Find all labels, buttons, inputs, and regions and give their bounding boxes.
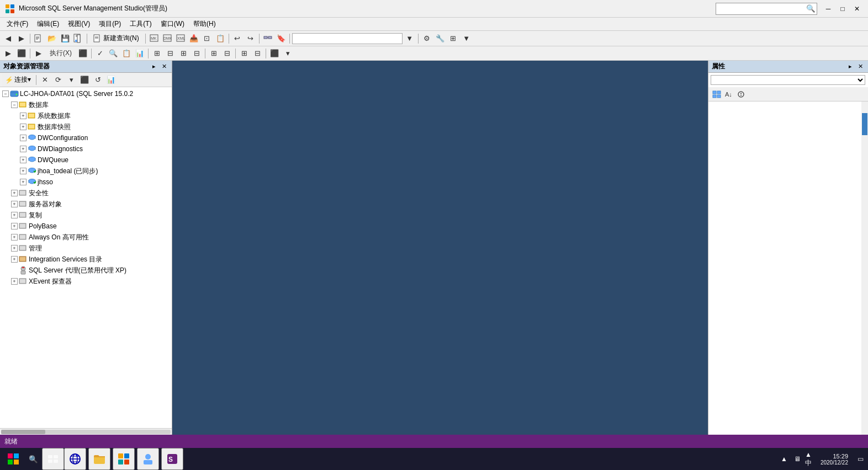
new-query-button[interactable]: 新建查询(N): [89, 32, 143, 45]
taskbar-clock[interactable]: 15:29 2020/12/22: [821, 453, 848, 466]
dml-button[interactable]: DMK: [161, 33, 173, 45]
properties-object-dropdown[interactable]: [711, 75, 865, 85]
menu-help[interactable]: 帮助(H): [189, 18, 220, 30]
sub-btn14[interactable]: ⊟: [251, 47, 263, 60]
tools-btn4[interactable]: ▼: [461, 33, 473, 45]
tree-node-server-objects[interactable]: + 服务器对象: [0, 199, 172, 210]
oe-refresh2-button[interactable]: ↺: [92, 74, 104, 86]
jhoa-todeal-expand[interactable]: +: [20, 168, 27, 174]
extract-button[interactable]: MK: [148, 33, 160, 45]
nav-forward-button[interactable]: ▶: [15, 33, 28, 45]
properties-close-button[interactable]: ✕: [856, 62, 865, 71]
system-dbs-expand[interactable]: +: [20, 113, 27, 119]
dwconfiguration-expand[interactable]: +: [20, 135, 27, 141]
polybase-expand[interactable]: +: [11, 223, 18, 229]
oe-summary-button[interactable]: 📊: [105, 74, 117, 86]
sub-btn6[interactable]: 📊: [134, 47, 146, 60]
sub-btn16[interactable]: ▾: [282, 47, 294, 60]
paste-button[interactable]: 📋: [214, 33, 226, 45]
menu-window[interactable]: 窗口(W): [156, 18, 189, 30]
import-button[interactable]: 📥: [188, 33, 200, 45]
tools-btn3[interactable]: ⊞: [447, 33, 459, 45]
sub-btn15[interactable]: ⬛: [268, 47, 280, 60]
diagram-button[interactable]: [262, 33, 274, 45]
security-expand[interactable]: +: [11, 190, 18, 196]
server-objects-expand[interactable]: +: [11, 201, 18, 207]
tree-node-jhsso[interactable]: + jhsso: [0, 177, 172, 188]
prop-vertical-scrollbar[interactable]: [861, 102, 868, 435]
title-search-button[interactable]: 🔍: [805, 3, 817, 15]
prop-categorized-btn[interactable]: [711, 88, 723, 100]
tree-node-dwconfiguration[interactable]: + DWConfiguration: [0, 132, 172, 143]
tree-node-replication[interactable]: + 复制: [0, 210, 172, 221]
tree-node-management[interactable]: + 管理: [0, 243, 172, 254]
prop-alphabetical-btn[interactable]: A↓: [723, 88, 735, 100]
tree-node-security[interactable]: + 安全性: [0, 188, 172, 199]
tree-node-polybase[interactable]: + PolyBase: [0, 221, 172, 232]
prop-scrollbar-thumb[interactable]: [862, 113, 867, 135]
taskbar-search-button[interactable]: 🔍: [24, 450, 42, 468]
open-button[interactable]: 📂: [46, 33, 58, 45]
sub-btn11[interactable]: ⊞: [208, 47, 220, 60]
tray-notifications[interactable]: ▭: [855, 453, 866, 464]
maximize-button[interactable]: □: [836, 2, 849, 15]
tray-language[interactable]: ▲ 中: [805, 453, 816, 464]
tools-btn1[interactable]: ⚙: [421, 33, 433, 45]
nav-back-button[interactable]: ◀: [2, 33, 14, 45]
undo-button[interactable]: ↩: [231, 33, 244, 45]
integration-services-expand[interactable]: +: [11, 256, 18, 263]
menu-view[interactable]: 视图(V): [63, 18, 94, 30]
copy-button[interactable]: ⊡: [201, 33, 213, 45]
sub-btn8[interactable]: ⊟: [164, 47, 176, 60]
tree-node-jhoa-todeal[interactable]: + jhoa_todeal (已同步): [0, 165, 172, 177]
minimize-button[interactable]: ─: [822, 2, 835, 15]
sub-btn5[interactable]: 📋: [120, 47, 133, 60]
database-dropdown[interactable]: [292, 33, 403, 44]
taskbar-extra2-button[interactable]: S: [161, 448, 183, 470]
tree-node-dwqueue[interactable]: + DWQueue: [0, 154, 172, 165]
xevent-expand[interactable]: +: [11, 278, 18, 285]
menu-tools[interactable]: 工具(T): [125, 18, 156, 30]
tree-node-db-snapshots[interactable]: + 数据库快照: [0, 121, 172, 132]
sub-btn2[interactable]: ⬛: [15, 47, 28, 60]
oe-connect-button[interactable]: ⚡ 连接▾: [2, 73, 34, 86]
execute-label[interactable]: 执行(X): [46, 47, 76, 60]
sub-btn3[interactable]: ▶: [33, 47, 45, 60]
sub-btn7[interactable]: ⊞: [151, 47, 163, 60]
tree-node-dwdiagnostics[interactable]: + DWDiagnostics: [0, 143, 172, 154]
oe-tree[interactable]: − LC-JHOA-DATA01 (SQL Server 15.0.2 −: [0, 87, 172, 428]
start-button[interactable]: [2, 448, 24, 470]
always-on-expand[interactable]: +: [11, 234, 18, 241]
menu-edit[interactable]: 编辑(E): [33, 18, 63, 30]
new-button[interactable]: [33, 33, 45, 45]
xml-button[interactable]: XML: [174, 33, 187, 45]
tree-node-sql-agent[interactable]: SQL Server 代理(已禁用代理 XP): [0, 265, 172, 276]
oe-horizontal-scrollbar[interactable]: [0, 428, 172, 435]
sub-btn9[interactable]: ⊞: [177, 47, 189, 60]
properties-pin-button[interactable]: ▸: [846, 62, 855, 71]
oe-filter-button[interactable]: ▾: [65, 74, 77, 86]
db-dropdown-btn[interactable]: ▼: [404, 33, 416, 45]
sub-stop[interactable]: ⬛: [77, 47, 89, 60]
oe-stop-button[interactable]: ⬛: [78, 74, 91, 86]
tree-node-always-on[interactable]: + Always On 高可用性: [0, 232, 172, 243]
taskbar-folder-button[interactable]: [88, 448, 110, 470]
databases-expand[interactable]: −: [11, 102, 18, 108]
management-expand[interactable]: +: [11, 245, 18, 252]
oe-scroll-track[interactable]: [1, 430, 171, 434]
title-search-input[interactable]: [716, 5, 805, 13]
close-button[interactable]: ✕: [850, 2, 864, 15]
sub-btn13[interactable]: ⊞: [238, 47, 250, 60]
tree-node-integration-services[interactable]: + Integration Services 目录: [0, 254, 172, 265]
taskbar-task-view[interactable]: [42, 448, 64, 470]
tree-node-server[interactable]: − LC-JHOA-DATA01 (SQL Server 15.0.2: [0, 88, 172, 99]
tree-node-system-dbs[interactable]: + 系统数据库: [0, 110, 172, 121]
save-button[interactable]: 💾: [59, 33, 71, 45]
oe-close-button[interactable]: ✕: [160, 62, 168, 71]
title-search-box[interactable]: 🔍: [716, 3, 817, 15]
sub-btn1[interactable]: ▶: [2, 47, 14, 60]
menu-project[interactable]: 项目(P): [94, 18, 125, 30]
sub-btn4[interactable]: 🔍: [107, 47, 119, 60]
save-all-button[interactable]: [72, 33, 84, 45]
oe-pin-button[interactable]: ▸: [150, 62, 158, 71]
